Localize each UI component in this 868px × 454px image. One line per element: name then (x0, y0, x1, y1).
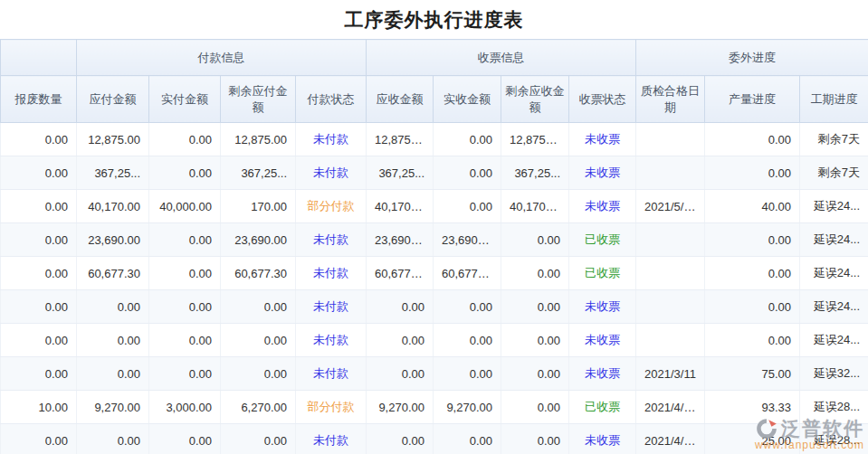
payment-status-cell[interactable]: 部分付款 (296, 190, 367, 223)
payment-status-cell[interactable]: 部分付款 (296, 391, 367, 424)
header-group-row: 付款信息收票信息委外进度 (1, 40, 868, 76)
receivable-amount-cell: 0.00 (367, 424, 434, 454)
payable-amount-cell: 0.00 (77, 324, 149, 357)
scrap-qty-cell: 0.00 (1, 223, 77, 257)
schedule-progress-cell: 延误28... (800, 391, 868, 424)
status-text[interactable]: 部分付款 (308, 199, 355, 213)
received-amount-cell: 0.00 (434, 123, 501, 156)
status-text[interactable]: 已收票 (585, 400, 620, 413)
receivable-amount-cell: 60,677.30 (367, 257, 434, 290)
payment-status-cell[interactable]: 未付款 (296, 223, 367, 257)
status-text[interactable]: 未付款 (313, 232, 348, 246)
receivable-amount-cell: 367,25... (367, 156, 434, 190)
received-amount-cell: 23,690.00 (434, 223, 501, 257)
status-text[interactable]: 未收票 (585, 166, 620, 179)
invoice-status-cell[interactable]: 未收票 (569, 424, 636, 454)
invoice-status-cell[interactable]: 未收票 (569, 290, 636, 324)
scrap-qty-cell: 10.00 (1, 391, 77, 424)
received-amount-cell: 0.00 (434, 357, 501, 391)
status-text[interactable]: 未付款 (313, 366, 348, 380)
payment-status-cell[interactable]: 未付款 (296, 290, 367, 324)
status-text[interactable]: 未收票 (585, 433, 620, 447)
qc-pass-date-cell (636, 123, 705, 156)
scrap-qty-cell: 0.00 (1, 123, 77, 156)
status-text[interactable]: 未收票 (585, 199, 620, 213)
payment-status-cell[interactable]: 未付款 (296, 324, 367, 357)
page-title: 工序委外执行进度表 (345, 7, 524, 33)
remaining-payable-cell: 60,677.30 (221, 257, 296, 290)
status-text[interactable]: 部分付款 (308, 400, 355, 413)
status-text[interactable]: 未付款 (313, 166, 348, 179)
status-text[interactable]: 未收票 (585, 366, 620, 380)
payment-status-cell[interactable]: 未付款 (296, 357, 367, 391)
output-progress-cell: 0.00 (705, 223, 800, 257)
output-progress-cell: 0.00 (705, 156, 800, 190)
status-text[interactable]: 未收票 (585, 299, 620, 313)
status-text[interactable]: 未收票 (585, 333, 620, 346)
invoice-status-cell[interactable]: 已收票 (569, 391, 636, 424)
payment-status-cell[interactable]: 未付款 (296, 424, 367, 454)
status-text[interactable]: 未付款 (313, 333, 348, 346)
column-group-header: 付款信息 (77, 40, 367, 76)
table-row: 0.00367,25...0.00367,25...未付款367,25...0.… (1, 156, 868, 190)
status-text[interactable]: 已收票 (585, 232, 620, 246)
column-group-header (1, 40, 77, 76)
remaining-payable-cell: 170.00 (221, 190, 296, 223)
table-row: 0.0040,170.0040,000.00170.00部分付款40,170.0… (1, 190, 868, 223)
remaining-payable-cell: 12,875.00 (221, 123, 296, 156)
invoice-status-cell[interactable]: 未收票 (569, 123, 636, 156)
remaining-receivable-cell: 367,25... (501, 156, 569, 190)
output-progress-cell: 25.00 (705, 424, 800, 454)
remaining-receivable-cell: 0.00 (501, 290, 569, 324)
column-header-remaining-payable: 剩余应付金额 (221, 76, 296, 123)
remaining-receivable-cell: 0.00 (501, 424, 569, 454)
received-amount-cell: 0.00 (434, 424, 501, 454)
payment-status-cell[interactable]: 未付款 (296, 257, 367, 290)
status-text[interactable]: 未付款 (313, 132, 348, 146)
payable-amount-cell: 0.00 (77, 357, 149, 391)
paid-amount-cell: 0.00 (149, 324, 221, 357)
status-text[interactable]: 已收票 (585, 266, 620, 279)
table-row: 0.0012,875.000.0012,875.00未付款12,875.000.… (1, 123, 868, 156)
received-amount-cell: 0.00 (434, 190, 501, 223)
invoice-status-cell[interactable]: 未收票 (569, 357, 636, 391)
column-header-scrap-qty: 报废数量 (1, 76, 77, 123)
status-text[interactable]: 未付款 (313, 433, 348, 447)
receivable-amount-cell: 12,875.00 (367, 123, 434, 156)
invoice-status-cell[interactable]: 未收票 (569, 156, 636, 190)
payment-status-cell[interactable]: 未付款 (296, 156, 367, 190)
schedule-progress-cell: 剩余7天 (800, 156, 868, 190)
table-row: 0.000.000.000.00未付款0.000.000.00未收票2021/4… (1, 424, 868, 454)
schedule-progress-cell: 延误24... (800, 223, 868, 257)
column-header-remaining-receivable: 剩余应收金额 (501, 76, 569, 123)
column-header-payment-status: 付款状态 (296, 76, 367, 123)
qc-pass-date-cell (636, 324, 705, 357)
paid-amount-cell: 0.00 (149, 290, 221, 324)
qc-pass-date-cell: 2021/3/11 (636, 357, 705, 391)
column-header-schedule-progress: 工期进度 (800, 76, 868, 123)
status-text[interactable]: 未付款 (313, 266, 348, 279)
receivable-amount-cell: 0.00 (367, 357, 434, 391)
payment-status-cell[interactable]: 未付款 (296, 123, 367, 156)
remaining-payable-cell: 6,270.00 (221, 391, 296, 424)
output-progress-cell: 93.33 (705, 391, 800, 424)
remaining-payable-cell: 0.00 (221, 290, 296, 324)
scrap-qty-cell: 0.00 (1, 290, 77, 324)
table-row: 0.0060,677.300.0060,677.30未付款60,677.3060… (1, 257, 868, 290)
invoice-status-cell[interactable]: 已收票 (569, 257, 636, 290)
schedule-progress-cell: 延误32... (800, 357, 868, 391)
payable-amount-cell: 12,875.00 (77, 123, 149, 156)
received-amount-cell: 0.00 (434, 156, 501, 190)
invoice-status-cell[interactable]: 未收票 (569, 324, 636, 357)
table-row: 0.000.000.000.00未付款0.000.000.00未收票2021/3… (1, 357, 868, 391)
remaining-receivable-cell: 0.00 (501, 257, 569, 290)
column-header-paid-amount: 实付金额 (149, 76, 221, 123)
status-text[interactable]: 未收票 (585, 132, 620, 146)
scrap-qty-cell: 0.00 (1, 324, 77, 357)
status-text[interactable]: 未付款 (313, 299, 348, 313)
paid-amount-cell: 0.00 (149, 357, 221, 391)
invoice-status-cell[interactable]: 未收票 (569, 190, 636, 223)
paid-amount-cell: 0.00 (149, 257, 221, 290)
receivable-amount-cell: 40,170.00 (367, 190, 434, 223)
invoice-status-cell[interactable]: 已收票 (569, 223, 636, 257)
